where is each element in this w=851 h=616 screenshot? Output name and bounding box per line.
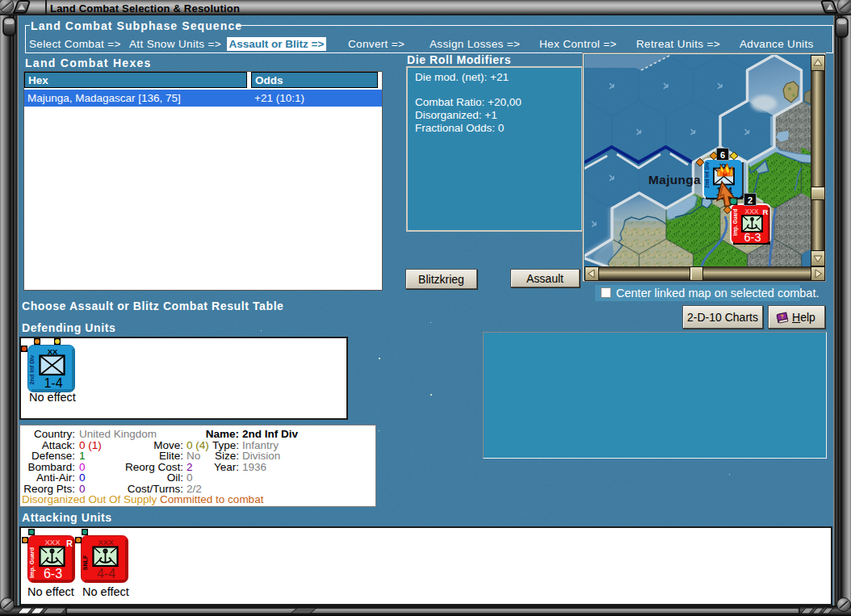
svg-text:6: 6 (720, 150, 725, 160)
svg-text:XXX: XXX (98, 538, 114, 547)
svg-text:2nd Inf Div: 2nd Inf Div (28, 355, 36, 385)
svg-text:R: R (66, 538, 73, 548)
svg-text:XXX: XXX (44, 538, 61, 547)
svg-text:1-4: 1-4 (44, 376, 62, 390)
svg-text:6-3: 6-3 (744, 231, 761, 244)
svg-text:6-3: 6-3 (44, 567, 62, 580)
svg-text:4-4: 4-4 (97, 567, 115, 580)
svg-text:XXX: XXX (744, 207, 758, 216)
svg-text:Majunga: Majunga (648, 173, 701, 186)
svg-text:XX: XX (48, 347, 58, 356)
svg-text:R: R (763, 207, 769, 216)
svg-text:2nd Inf Div: 2nd Inf Div (704, 161, 710, 188)
svg-text:Imp. Guard: Imp. Guard (28, 547, 36, 578)
svg-text:Imp. Guard: Imp. Guard (732, 209, 739, 236)
svg-text:SNLF: SNLF (82, 555, 89, 570)
svg-text:2: 2 (748, 195, 752, 205)
